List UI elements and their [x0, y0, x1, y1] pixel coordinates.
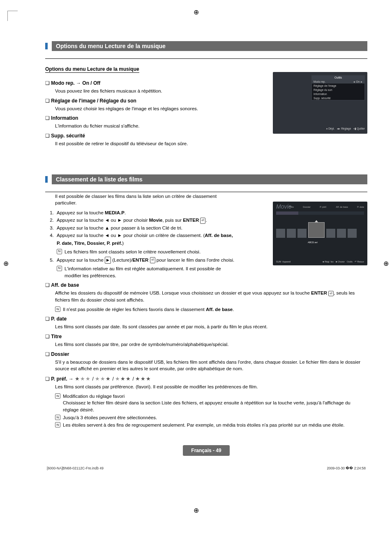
- step-4: Appuyez sur la touche ◄ ou ► pour choisi…: [55, 232, 236, 255]
- option-dossier: ❏ Dossier: [45, 351, 367, 357]
- option-desc: Les films sont classés par titre, par or…: [55, 341, 367, 348]
- accent-bar-icon: [45, 43, 48, 49]
- footer-filename: [6000-NA]BN68-02112C-Fre.indb 49: [47, 466, 104, 470]
- rule: [45, 58, 367, 59]
- movie-progress-bar: [276, 211, 364, 215]
- enter-icon: ⏎: [328, 291, 334, 297]
- option-desc: Les films sont classés par date. Ils son…: [55, 323, 367, 330]
- movie-thumbs: [276, 222, 364, 238]
- tools-row: Réglage de l'image: [312, 84, 364, 88]
- tools-title: Outils: [312, 76, 364, 79]
- footer-timestamp: 2009-03-30 �� 2:24:58: [327, 466, 366, 470]
- tools-menu-screenshot: Outils Modo rep. ◄ On ► Réglage de l'ima…: [273, 72, 367, 134]
- option-desc: Les films sont classés par préférence. (…: [55, 383, 367, 390]
- movie-footer: SUM Appareil ■ Régl. fav ■ Choisir Outil…: [276, 260, 364, 263]
- option-desc: Il est possible de retirer le dispositif…: [55, 140, 367, 147]
- print-job-footer: [6000-NA]BN68-02112C-Fre.indb 49 2009-03…: [45, 466, 367, 470]
- tools-row: Supp. sécurité: [312, 96, 364, 100]
- page-footer: Français - 49: [45, 445, 367, 456]
- note-icon: N: [55, 306, 60, 312]
- option-aff-de-base: ❏ Aff. de base: [45, 282, 367, 288]
- option-desc: Affiche les dossiers du dispositif de mé…: [55, 290, 367, 303]
- movie-list-screenshot: Movie TitreDossierP. préf.Aff. de baseP.…: [273, 202, 367, 265]
- note-row: N Modification du réglage favoriChoisiss…: [55, 393, 367, 413]
- enter-icon: ⏎: [150, 257, 155, 263]
- movie-selected-label: ABCD.avi: [308, 241, 318, 244]
- step-5: Appuyez sur la touche ▶ (Lecture)/ENTER …: [55, 256, 236, 279]
- note-row: N Jusqu'à 3 étoiles peuvent être sélecti…: [55, 414, 367, 421]
- option-p-pref: ❏ P. préf. → ★★★ / ★★★ / ★★★ / ★★★: [45, 376, 367, 382]
- note-icon: N: [55, 415, 60, 420]
- play-icon: ▶: [105, 257, 111, 263]
- section-intro: Il est possible de classer les films dan…: [55, 193, 236, 207]
- subsection-title: Options du menu Lecture de la musique: [45, 66, 139, 73]
- tools-row-selected: Modo rep. ◄ On ►: [312, 79, 364, 84]
- enter-icon: ⏎: [200, 218, 205, 224]
- rule: [45, 192, 367, 192]
- tools-footer: ♦ Dépl. ◂▸ Réglage ▪▮ Quitter: [326, 127, 365, 130]
- note-icon: N: [57, 249, 62, 254]
- note-icon: N: [57, 266, 62, 271]
- print-registration-mark: ⊕: [194, 506, 199, 514]
- star-rating-icon: ★★★ / ★★★ / ★★★ / ★★★: [75, 376, 151, 382]
- section-title: Classement de la liste des films: [52, 174, 367, 184]
- page-content: Outils Modo rep. ◄ On ► Réglage de l'ima…: [0, 0, 392, 527]
- note-row: N Les étoiles servent à des fins de regr…: [55, 422, 367, 429]
- option-p-date: ❏ P. date: [45, 316, 367, 322]
- note-icon: N: [55, 393, 60, 399]
- option-desc: S'il y a beaucoup de dossiers dans le di…: [55, 359, 367, 372]
- section-header-film-sort: Classement de la liste des films: [45, 174, 367, 184]
- accent-bar-icon: [45, 176, 48, 183]
- page-number-pill: Français - 49: [183, 445, 229, 456]
- movie-sort-tabs: TitreDossierP. préf.Aff. de baseP. date: [289, 206, 364, 208]
- note-row: N Il n'est pas possible de régler les fi…: [55, 306, 367, 313]
- note-icon: N: [55, 422, 60, 427]
- option-supp-securite: ❏ Supp. sécurité: [45, 133, 367, 139]
- option-titre: ❏ Titre: [45, 334, 367, 339]
- tools-row: Réglage du son: [312, 88, 364, 92]
- section-header-music-options: Options du menu Lecture de la musique: [45, 41, 367, 51]
- section-title: Options du menu Lecture de la musique: [52, 41, 367, 51]
- tools-row: Information: [312, 92, 364, 96]
